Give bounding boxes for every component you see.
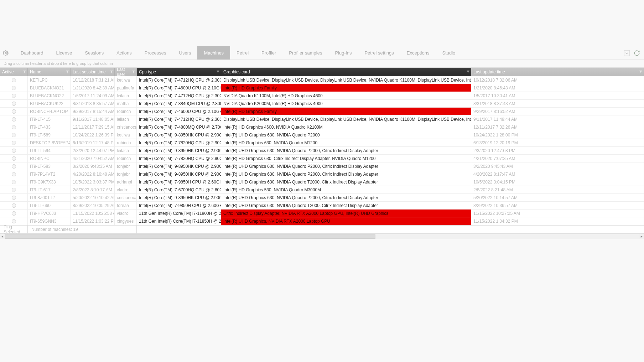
col-header-last-session[interactable]: Last session time <box>71 68 115 76</box>
active-radio-icon[interactable] <box>12 203 16 208</box>
settings-gear-button[interactable] <box>3 50 11 56</box>
tab-actions[interactable]: Actions <box>110 46 138 60</box>
table-row[interactable]: IT9-LT-43312/11/2017 7:29:15 AMcristiano… <box>0 123 644 131</box>
tab-sessions[interactable]: Sessions <box>78 46 110 60</box>
gpu-cell: Intel(R) HD Graphics 4600, NVIDIA Quadro… <box>221 123 471 131</box>
col-header-cpu[interactable]: Cpu type <box>137 68 221 76</box>
table-row[interactable]: KETILPC10/12/2018 7:31:21 AMketilwaIntel… <box>0 76 644 84</box>
active-cell[interactable] <box>0 108 28 115</box>
scroll-left-arrow-icon[interactable]: ◄ <box>0 234 5 239</box>
active-radio-icon[interactable] <box>12 149 16 153</box>
tab-petrel-settings[interactable]: Petrel settings <box>358 46 400 60</box>
active-cell[interactable] <box>0 202 28 209</box>
tab-processes[interactable]: Processes <box>138 46 173 60</box>
table-row[interactable]: IT9-LT-5833/2/2020 9:43:35 AMtonjebrInte… <box>0 162 644 170</box>
active-radio-icon[interactable] <box>12 109 16 114</box>
active-radio-icon[interactable] <box>12 188 16 192</box>
active-cell[interactable] <box>0 186 28 193</box>
active-cell[interactable] <box>0 100 28 107</box>
col-header-name[interactable]: Name <box>28 68 71 76</box>
active-radio-icon[interactable] <box>12 141 16 145</box>
active-radio-icon[interactable] <box>12 117 16 121</box>
active-cell[interactable] <box>0 123 28 131</box>
active-radio-icon[interactable] <box>12 133 16 137</box>
active-cell[interactable] <box>0 139 28 146</box>
tab-studio[interactable]: Studio <box>436 46 462 60</box>
table-row[interactable]: IT9-LT-58910/24/2022 1:26:39 PMketilwaIn… <box>0 131 644 139</box>
active-radio-icon[interactable] <box>12 94 16 98</box>
refresh-button[interactable] <box>633 49 641 57</box>
table-row[interactable]: BLUEBACKNO211/21/2020 8:42:39 AMpaulinef… <box>0 84 644 92</box>
active-radio-icon[interactable] <box>12 125 16 129</box>
active-cell[interactable] <box>0 162 28 170</box>
active-cell[interactable] <box>0 170 28 178</box>
active-radio-icon[interactable] <box>12 164 16 169</box>
table-row[interactable]: IT9-LT-4159/11/2017 11:48:05 AMleilachIn… <box>0 115 644 123</box>
active-cell[interactable] <box>0 84 28 92</box>
active-cell[interactable] <box>0 210 28 217</box>
active-cell[interactable] <box>0 147 28 154</box>
name-cell: IT9-HFVC6J3 <box>28 210 71 217</box>
tab-dashboard[interactable]: Dashboard <box>14 46 50 60</box>
table-row[interactable]: ROBINPC4/21/2020 7:04:52 AMrobinchIntel(… <box>0 155 644 162</box>
active-cell[interactable] <box>0 92 28 99</box>
filter-icon[interactable] <box>217 71 219 73</box>
active-radio-icon[interactable] <box>12 86 16 90</box>
table-row[interactable]: IT9-659GNN311/15/2022 1:03:22 PMxingyues… <box>0 217 644 225</box>
table-row[interactable]: IT9-8Z00TT25/20/2022 10:10:42 AMcristian… <box>0 194 644 202</box>
table-row[interactable]: IT9-7P14VT24/20/2022 8:16:48 AMtonjebrIn… <box>0 170 644 178</box>
table-row[interactable]: ROBINCH-LAPTOP9/29/2017 8:15:44 AMrobinc… <box>0 108 644 115</box>
active-cell[interactable] <box>0 115 28 123</box>
filter-icon[interactable] <box>23 71 26 73</box>
tab-plug-ins[interactable]: Plug-ins <box>328 46 358 60</box>
cpu-cell: Intel(R) Core(TM) i7-7820HQ CPU @ 2.90GH… <box>137 155 221 162</box>
filter-icon[interactable] <box>132 71 135 73</box>
tab-machines[interactable]: Machines <box>197 46 230 60</box>
active-cell[interactable] <box>0 194 28 201</box>
active-radio-icon[interactable] <box>12 180 16 184</box>
table-row[interactable]: DESKTOP-8VGFAP46/13/2019 12:17:48 PMrobi… <box>0 139 644 147</box>
filter-icon[interactable] <box>639 71 642 73</box>
tab-petrel[interactable]: Petrel <box>230 46 255 60</box>
tab-users[interactable]: Users <box>173 46 198 60</box>
ping-selected-button[interactable]: Ping Selected <box>0 226 28 233</box>
table-row[interactable]: IT9-HFVC6J311/15/2022 10:25:53 AMvladro1… <box>0 210 644 217</box>
active-radio-icon[interactable] <box>12 172 16 176</box>
col-header-update[interactable]: Last update time <box>471 68 644 76</box>
scroll-right-arrow-icon[interactable]: ► <box>639 234 644 239</box>
col-header-last-user[interactable]: Last user <box>115 68 137 76</box>
filter-icon[interactable] <box>66 71 69 73</box>
active-cell[interactable] <box>0 217 28 225</box>
table-row[interactable]: BLUEBACKNO221/5/2017 11:24:09 AMleilachI… <box>0 92 644 100</box>
active-cell[interactable] <box>0 178 28 186</box>
active-radio-icon[interactable] <box>12 102 16 106</box>
active-radio-icon[interactable] <box>12 211 16 216</box>
col-header-active[interactable]: Active <box>0 68 28 76</box>
tab-exceptions[interactable]: Exceptions <box>400 46 436 60</box>
update-cell: 2/3/2020 12:47:08 PM <box>471 147 644 154</box>
filter-icon[interactable] <box>110 71 113 73</box>
active-radio-icon[interactable] <box>12 196 16 200</box>
cpu-cell: Intel(R) Core(TM) i7-4800MQ CPU @ 2.70GH… <box>137 123 221 131</box>
tab-overflow-dropdown[interactable] <box>624 50 630 56</box>
active-cell[interactable] <box>0 76 28 84</box>
col-header-gpu[interactable]: Graphics card <box>221 68 471 76</box>
active-cell[interactable] <box>0 155 28 162</box>
filter-icon[interactable] <box>467 71 469 73</box>
tab-profiler-samples[interactable]: Profiler samples <box>282 46 328 60</box>
group-by-bar[interactable]: Drag a column header and drop it here to… <box>0 60 644 68</box>
scroll-thumb[interactable] <box>5 234 375 239</box>
tab-license[interactable]: License <box>50 46 79 60</box>
table-row[interactable]: IT9-C9K7X3310/5/2022 3:03:37 PMadrianpiI… <box>0 178 644 186</box>
table-row[interactable]: BLUEBACKUK228/31/2018 8:35:57 AMmathaInt… <box>0 100 644 108</box>
table-row[interactable]: IT9-LT-6608/29/2022 10:35:29 AMtoreaaInt… <box>0 202 644 210</box>
cpu-cell: Intel(R) Core(TM) i9-8950HK CPU @ 2.90GH… <box>137 162 221 170</box>
table-row[interactable]: IT9-LT-6172/8/2022 8:10:17 AMvladroIntel… <box>0 186 644 194</box>
active-radio-icon[interactable] <box>12 219 16 223</box>
horizontal-scrollbar[interactable]: ◄ ► <box>0 234 644 239</box>
active-radio-icon[interactable] <box>12 156 16 161</box>
active-cell[interactable] <box>0 131 28 139</box>
tab-profiler[interactable]: Profiler <box>255 46 282 60</box>
table-row[interactable]: IT9-LT-5942/3/2020 12:44:07 PMleilachInt… <box>0 147 644 155</box>
active-radio-icon[interactable] <box>12 78 16 82</box>
